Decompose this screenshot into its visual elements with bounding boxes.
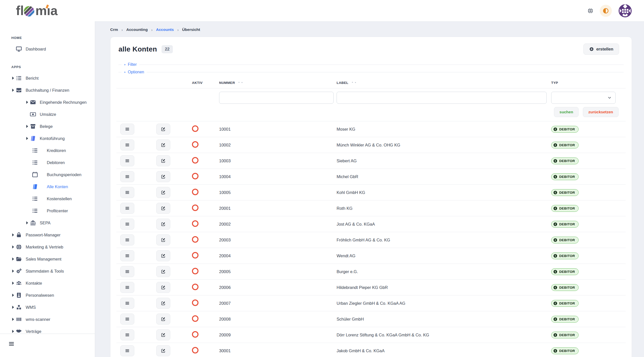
create-button[interactable]: erstellen: [583, 43, 619, 55]
row-menu-button[interactable]: [120, 266, 134, 277]
type-badge: DEBITOR: [551, 173, 579, 180]
row-edit-button[interactable]: [156, 155, 170, 166]
pen-square-icon: [161, 206, 166, 211]
sidebar-item-label: Sales Management: [26, 257, 61, 262]
row-menu-button[interactable]: [120, 155, 134, 166]
col-header-label[interactable]: LABEL: [337, 79, 551, 88]
account-number: 20006: [219, 285, 231, 290]
row-edit-button[interactable]: [156, 314, 170, 325]
row-edit-button[interactable]: [156, 219, 170, 230]
row-edit-button[interactable]: [156, 139, 170, 150]
sidebar-item-passwort-manager[interactable]: Passwort-Manager: [0, 229, 95, 241]
account-label: Urban Ziegler GmbH & Co. KGaA AG: [337, 301, 405, 305]
reset-button[interactable]: zurücksetzen: [583, 107, 619, 117]
row-menu-button[interactable]: [120, 234, 134, 245]
row-menu-button[interactable]: [120, 345, 134, 356]
sidebar-item-label: Kontoführung: [40, 136, 65, 141]
search-button[interactable]: suchen: [554, 107, 579, 117]
sidebar-item-profitcenter[interactable]: Profitcenter: [0, 205, 95, 217]
sidebar-item-ums-tze[interactable]: Umsätze: [0, 108, 95, 120]
language-globe-icon[interactable]: [587, 8, 594, 14]
sidebar-item-sales-management[interactable]: Sales Management: [0, 253, 95, 265]
row-edit-button[interactable]: [156, 298, 170, 309]
sidebar-item-dashboard[interactable]: Dashboard: [0, 43, 95, 55]
theme-toggle-button[interactable]: [600, 5, 612, 17]
row-menu-button[interactable]: [120, 219, 134, 230]
logo[interactable]: fl mıa: [14, 4, 67, 18]
account-number: 20007: [219, 301, 231, 305]
row-menu-button[interactable]: [120, 139, 134, 150]
row-menu-button[interactable]: [120, 298, 134, 309]
row-edit-button[interactable]: [156, 187, 170, 198]
sidebar-item-buchungsperioden[interactable]: Buchungsperioden: [0, 169, 95, 181]
col-header-nummer[interactable]: NUMMER: [219, 79, 337, 88]
breadcrumb-item-accounting[interactable]: Accounting: [126, 27, 148, 32]
sidebar-item-kontof-hrung[interactable]: Kontoführung: [0, 132, 95, 144]
sidebar-item-bericht[interactable]: Bericht: [0, 72, 95, 84]
breadcrumb-item-accounts[interactable]: Accounts: [156, 27, 174, 32]
sidebar-item-debitoren[interactable]: Debitoren: [0, 157, 95, 169]
sidebar-item-kreditoren[interactable]: Kreditoren: [0, 144, 95, 157]
chevron-left-circle-icon: [553, 254, 557, 258]
caret-right-icon: [10, 317, 16, 322]
active-status-ring: [192, 284, 198, 290]
sidebar-item-stammdaten-tools[interactable]: Stammdaten & Tools: [0, 265, 95, 277]
account-label: Schüler GmbH: [337, 317, 364, 321]
user-avatar[interactable]: [618, 4, 632, 18]
row-edit-button[interactable]: [156, 266, 170, 277]
sidebar-item-belege[interactable]: Belege: [0, 120, 95, 132]
sidebar-item-kontakte[interactable]: Kontakte: [0, 277, 95, 289]
row-edit-button[interactable]: [156, 124, 170, 135]
sidebar-item-personalwesen[interactable]: Personalwesen: [0, 289, 95, 301]
sidebar-item-sepa[interactable]: SEPA: [0, 217, 95, 229]
row-edit-button[interactable]: [156, 203, 170, 214]
bars-icon: [125, 285, 130, 290]
row-menu-button[interactable]: [120, 250, 134, 261]
sidebar-item-wms[interactable]: WMS: [0, 301, 95, 313]
sidebar-item-eingehende-rechnungen[interactable]: Eingehende Rechnungen: [0, 96, 95, 108]
sort-control: [351, 81, 357, 84]
breadcrumb-item-bersicht[interactable]: Übersicht: [182, 27, 200, 32]
sidebar-item-vertr-ge[interactable]: Verträge: [0, 325, 95, 334]
row-menu-button[interactable]: [120, 187, 134, 198]
sidebar-item-label: Dashboard: [26, 47, 46, 52]
row-edit-button[interactable]: [156, 345, 170, 356]
type-badge-label: DEBITOR: [559, 317, 575, 321]
breadcrumb-item-crm[interactable]: Crm: [110, 27, 118, 32]
row-edit-button[interactable]: [156, 171, 170, 182]
row-edit-button[interactable]: [156, 282, 170, 293]
chevron-left-circle-icon: [553, 301, 557, 305]
row-menu-button[interactable]: [120, 171, 134, 182]
sidebar-item-alle-konten[interactable]: Alle Konten: [0, 181, 95, 193]
account-number: 10004: [219, 174, 231, 179]
row-edit-button[interactable]: [156, 234, 170, 245]
sidebar-item-label: Personalwesen: [26, 293, 54, 298]
filter-toggle[interactable]: Filter: [124, 62, 137, 67]
sort-asc-icon: [238, 81, 240, 84]
row-menu-button[interactable]: [120, 329, 134, 340]
row-menu-button[interactable]: [120, 124, 134, 135]
row-menu-button[interactable]: [120, 282, 134, 293]
table-row: 20009Dörr Lorenz Stiftung & Co. KGaA Gmb…: [116, 327, 626, 343]
row-menu-button[interactable]: [120, 314, 134, 325]
sidebar-item-buchhaltung-finanzen[interactable]: Buchhaltung / Finanzen: [0, 84, 95, 96]
row-edit-button[interactable]: [156, 250, 170, 261]
sidebar-item-wms-scanner[interactable]: wms-scanner: [0, 313, 95, 325]
typ-filter-select[interactable]: [551, 92, 616, 104]
accounts-table: AKTIV NUMMER LABEL: [116, 79, 626, 357]
col-header-actions: [116, 79, 156, 88]
bars-icon: [125, 142, 130, 147]
col-header-nummer-label: NUMMER: [219, 81, 235, 85]
app-root: fl mıa: [0, 0, 644, 357]
row-edit-button[interactable]: [156, 329, 170, 340]
label-filter-input[interactable]: [337, 92, 547, 104]
caret-right-icon: [10, 329, 16, 334]
options-toggle[interactable]: Optionen: [124, 70, 144, 74]
id-card-icon: [16, 292, 22, 298]
sidebar-collapse-button[interactable]: [8, 340, 15, 349]
nummer-filter-input[interactable]: [219, 92, 334, 104]
row-menu-button[interactable]: [120, 203, 134, 214]
sidebar-item-marketing-vertrieb[interactable]: Marketing & Vertrieb: [0, 241, 95, 253]
sidebar-item-kostenstellen[interactable]: Kostenstellen: [0, 193, 95, 205]
account-number: 20003: [219, 238, 231, 242]
